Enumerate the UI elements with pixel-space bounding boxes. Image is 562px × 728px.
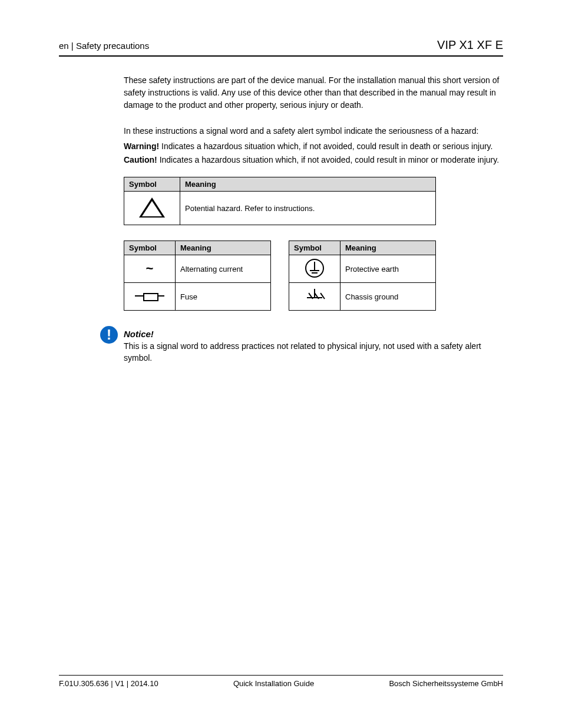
fuse-meaning: Fuse <box>176 283 271 311</box>
warning-desc: Indicates a hazardous situation which, i… <box>161 141 492 151</box>
caution-label: Caution! <box>124 155 157 164</box>
table-row: Protective earth <box>289 255 436 283</box>
header-left: en | Safety precautions <box>59 41 149 51</box>
col-meaning: Meaning <box>180 177 436 192</box>
page-header: en | Safety precautions VIP X1 XF E <box>59 38 503 57</box>
table-row: Chassis ground <box>289 283 436 311</box>
notice-block: ! Notice! This is a signal word to addre… <box>100 326 503 364</box>
notice-text: Notice! This is a signal word to address… <box>124 329 503 364</box>
symbol-tables-row: Symbol Meaning ~ Alternating current Fus… <box>124 241 503 311</box>
notice-body: This is a signal word to address practic… <box>124 340 503 364</box>
table-header-row: Symbol Meaning <box>124 241 271 255</box>
col-meaning: Meaning <box>340 241 436 255</box>
footer-right: Bosch Sicherheitssysteme GmbH <box>389 679 503 688</box>
notice-title: Notice! <box>124 329 503 339</box>
header-right: VIP X1 XF E <box>437 38 503 52</box>
signal-caution-line: Caution! Indicates a hazardous situation… <box>124 153 503 166</box>
table-header-row: Symbol Meaning <box>289 241 436 255</box>
table-header-row: Symbol Meaning <box>124 177 436 192</box>
col-symbol: Symbol <box>124 241 176 255</box>
col-meaning: Meaning <box>176 241 271 255</box>
signal-lead: In these instructions a signal word and … <box>124 124 503 137</box>
notice-icon: ! <box>100 326 118 344</box>
chg-meaning: Chassis ground <box>340 283 436 311</box>
ac-meaning: Alternating current <box>176 255 271 283</box>
protective-earth-icon <box>289 255 340 283</box>
col-symbol: Symbol <box>124 177 180 192</box>
warning-label: Warning! <box>124 141 159 151</box>
footer-left: F.01U.305.636 | V1 | 2014.10 <box>59 679 158 688</box>
signal-warning-line: Warning! Indicates a hazardous situation… <box>124 140 503 153</box>
col-symbol: Symbol <box>289 241 340 255</box>
page-footer: F.01U.305.636 | V1 | 2014.10 Quick Insta… <box>59 675 503 688</box>
table-row: Fuse <box>124 283 271 311</box>
body: These safety instructions are part of th… <box>124 74 503 364</box>
hazard-meaning: Potential hazard. Refer to instructions. <box>180 192 436 225</box>
signal-words: In these instructions a signal word and … <box>124 124 503 166</box>
symbol-table-left: Symbol Meaning ~ Alternating current Fus… <box>124 241 271 311</box>
symbol-meaning-table: Symbol Meaning Potential hazard. Refer t… <box>124 177 436 225</box>
caution-desc: Indicates a hazardous situation which, i… <box>160 155 499 164</box>
intro-paragraph: These safety instructions are part of th… <box>124 74 503 111</box>
pe-meaning: Protective earth <box>340 255 436 283</box>
hazard-triangle-icon <box>124 192 180 225</box>
table-row: Potential hazard. Refer to instructions. <box>124 192 436 225</box>
ac-icon: ~ <box>124 255 176 283</box>
symbol-table-right: Symbol Meaning Protective earth Chassis … <box>289 241 436 311</box>
table-row: ~ Alternating current <box>124 255 271 283</box>
page: en | Safety precautions VIP X1 XF E Thes… <box>0 0 562 728</box>
footer-center: Quick Installation Guide <box>233 679 314 688</box>
fuse-icon <box>124 283 176 311</box>
chassis-ground-icon <box>289 283 340 311</box>
